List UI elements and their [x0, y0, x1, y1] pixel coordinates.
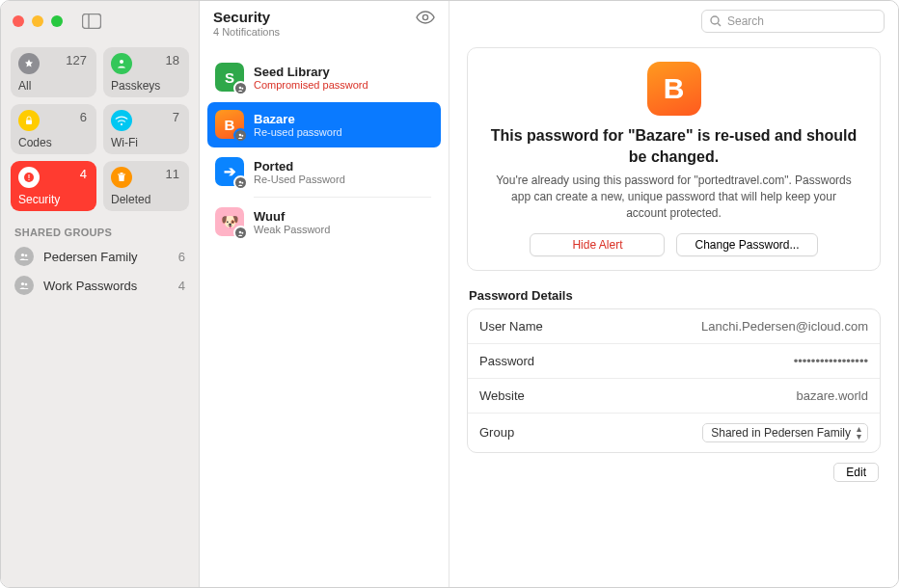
shared-group-row[interactable]: Pedersen Family6 — [1, 242, 199, 271]
password-details-table: User Name Lanchi.Pedersen@icloud.com Pas… — [467, 308, 881, 453]
notification-item[interactable]: 🐶WuufWeak Password — [207, 200, 441, 245]
alert-description: You're already using this password for "… — [491, 173, 858, 221]
search-input[interactable]: Search — [701, 10, 885, 33]
notifications-column: Security 4 Notifications SSeed LibraryCo… — [199, 1, 450, 587]
sidebar-tile-security[interactable]: 4Security — [11, 161, 96, 211]
svg-point-20 — [241, 181, 243, 183]
zoom-window-button[interactable] — [51, 15, 63, 27]
alert-icon — [18, 167, 40, 188]
sidebar-icon — [82, 13, 101, 29]
group-select[interactable]: Shared in Pedersen Family ▴▾ — [702, 423, 868, 442]
visibility-toggle[interactable] — [416, 11, 435, 24]
group-name: Work Passwords — [43, 279, 137, 293]
shared-badge-icon — [233, 175, 248, 190]
sidebar-tile-all[interactable]: 127All — [11, 47, 96, 97]
tile-count: 6 — [80, 110, 87, 124]
sidebar-tile-wifi[interactable]: 7Wi-Fi — [103, 104, 189, 154]
tile-count: 11 — [166, 167, 179, 181]
account-icon: S — [215, 63, 244, 92]
minimize-window-button[interactable] — [32, 15, 43, 27]
group-label: Group — [479, 425, 514, 440]
username-label: User Name — [479, 319, 543, 334]
tile-label: Codes — [18, 136, 52, 149]
group-count: 4 — [178, 279, 185, 293]
svg-point-14 — [422, 14, 427, 19]
people-icon — [14, 276, 34, 295]
tile-count: 127 — [66, 53, 87, 67]
svg-point-2 — [120, 60, 123, 64]
svg-point-22 — [241, 231, 243, 233]
notifications-title: Security — [213, 9, 280, 25]
star-icon — [18, 53, 40, 74]
change-password-button[interactable]: Change Password... — [676, 233, 817, 256]
svg-line-24 — [718, 23, 721, 26]
row-password[interactable]: Password ••••••••••••••••• — [468, 343, 880, 378]
shared-badge-icon — [233, 81, 248, 95]
password-details-title: Password Details — [469, 288, 879, 303]
detail-pane: Search B This password for "Bazare" is r… — [450, 1, 898, 587]
svg-point-21 — [238, 230, 241, 233]
close-window-button[interactable] — [13, 15, 24, 27]
window-controls — [13, 15, 63, 27]
hide-alert-button[interactable]: Hide Alert — [530, 233, 665, 256]
svg-rect-0 — [83, 14, 101, 29]
account-icon: ➔ — [215, 157, 244, 186]
titlebar — [1, 1, 199, 41]
trash-icon — [111, 167, 132, 188]
detail-toolbar: Search — [450, 1, 898, 41]
account-reason: Re-Used Password — [254, 174, 345, 185]
sidebar-tile-codes[interactable]: 6Codes — [11, 104, 96, 154]
shared-badge-icon — [233, 128, 248, 143]
svg-rect-9 — [121, 173, 123, 174]
notification-item[interactable]: ➔PortedRe-Used Password — [207, 149, 441, 195]
svg-point-16 — [241, 87, 243, 89]
people-icon — [14, 247, 34, 266]
tile-label: Security — [18, 193, 60, 206]
shared-groups-list: Pedersen Family6Work Passwords4 — [1, 242, 199, 300]
alert-card: B This password for "Bazare" is re-used … — [467, 47, 881, 271]
account-name: Wuuf — [254, 209, 330, 224]
shared-group-row[interactable]: Work Passwords4 — [1, 271, 199, 300]
sidebar-tile-deleted[interactable]: 11Deleted — [103, 161, 189, 211]
svg-point-15 — [238, 86, 241, 89]
person-icon — [111, 53, 132, 74]
svg-point-19 — [238, 180, 241, 183]
list-separator — [254, 197, 431, 198]
sidebar-tile-passkeys[interactable]: 18Passkeys — [103, 47, 189, 97]
svg-rect-7 — [29, 179, 30, 180]
row-group[interactable]: Group Shared in Pedersen Family ▴▾ — [468, 413, 880, 452]
notification-item[interactable]: SSeed LibraryCompromised password — [207, 55, 441, 100]
row-username[interactable]: User Name Lanchi.Pedersen@icloud.com — [468, 309, 880, 343]
account-app-icon: B — [647, 62, 701, 116]
notifications-list: SSeed LibraryCompromised passwordBBazare… — [200, 51, 449, 249]
group-selected-value: Shared in Pedersen Family — [711, 426, 851, 440]
account-icon: B — [215, 110, 244, 139]
tile-count: 7 — [173, 110, 179, 124]
tile-label: Passkeys — [111, 79, 160, 93]
row-website[interactable]: Website bazare.world — [468, 378, 880, 413]
edit-button[interactable]: Edit — [833, 463, 879, 482]
search-placeholder: Search — [727, 14, 764, 28]
account-icon: 🐶 — [215, 207, 244, 236]
shared-badge-icon — [233, 226, 248, 240]
alert-heading: This password for "Bazare" is re-used an… — [485, 125, 862, 167]
account-name: Ported — [254, 159, 345, 174]
toggle-sidebar-button[interactable] — [78, 10, 105, 33]
svg-point-17 — [238, 133, 241, 136]
sidebar: 127All18Passkeys6Codes7Wi-Fi4Security11D… — [1, 1, 199, 587]
group-name: Pedersen Family — [43, 250, 138, 264]
notifications-subtitle: 4 Notifications — [213, 26, 280, 38]
tile-count: 18 — [166, 53, 179, 67]
group-count: 6 — [178, 250, 185, 264]
account-reason: Compromised password — [254, 79, 368, 91]
edit-row: Edit — [469, 463, 879, 482]
username-value: Lanchi.Pedersen@icloud.com — [701, 319, 868, 334]
notification-item[interactable]: BBazareRe-used password — [207, 102, 441, 147]
app-window: 127All18Passkeys6Codes7Wi-Fi4Security11D… — [0, 0, 899, 588]
tile-count: 4 — [80, 167, 87, 181]
svg-point-13 — [25, 283, 28, 286]
account-reason: Weak Password — [254, 224, 330, 235]
shared-groups-header: SHARED GROUPS — [1, 221, 199, 242]
tile-label: Wi-Fi — [111, 136, 138, 149]
password-label: Password — [479, 354, 534, 368]
